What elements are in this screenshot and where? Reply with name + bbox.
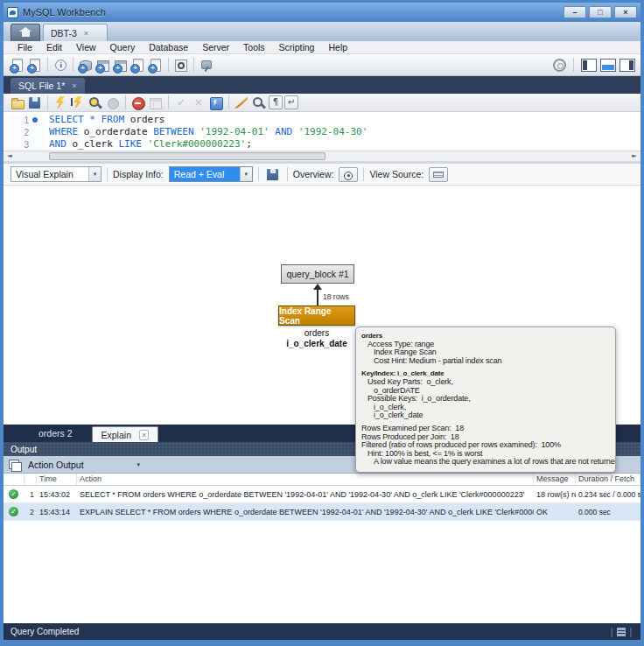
toggle-right-sidebar-icon[interactable] [620,59,635,72]
menu-tools[interactable]: Tools [236,42,272,53]
output-row[interactable]: 215:43:14EXPLAIN SELECT * FROM orders WH… [4,503,640,521]
status-indicator-icon[interactable] [553,59,566,72]
close-button[interactable]: × [614,6,637,18]
view-source-icon[interactable] [429,167,448,182]
output-table-header: TimeActionMessageDuration / Fetch [4,474,640,486]
row-message: 18 row(s) retu... [534,490,576,499]
row-message: OK [534,508,576,516]
line-number: 2 [24,128,29,137]
index-range-scan-node[interactable]: Index Range Scan [278,305,355,326]
home-tab[interactable] [10,24,40,41]
explain-view-select[interactable]: Visual Explain ▾ [10,166,102,182]
open-file-icon[interactable] [10,95,25,110]
code-text: WHERE o_orderdate BETWEEN '1992-04-01' A… [44,126,368,138]
output-header-label: Output [10,445,37,454]
toolbar-separator [73,58,74,72]
save-icon[interactable] [27,95,43,110]
workspace-tab-strip: DBT-3 × [4,22,640,41]
close-tab-icon[interactable]: × [84,29,88,38]
toolbar-separator [107,167,108,181]
result-tab-explain[interactable]: Explain× [92,426,159,442]
grid-toggle-icon[interactable] [617,628,626,636]
explain-icon[interactable] [88,95,103,110]
wrap-text-icon[interactable] [284,95,298,109]
scroll-right-icon[interactable]: ► [628,151,640,161]
column-header-action[interactable]: Action [77,474,534,485]
menu-database[interactable]: Database [142,42,195,53]
create-procedure-icon[interactable] [130,58,146,73]
output-table-body: 115:43:02SELECT * FROM orders WHERE o_or… [4,486,640,521]
connection-tab-label: DBT-3 [51,28,77,39]
menu-query[interactable]: Query [103,42,143,53]
mysql-workbench-window: MySQL Workbench –□× DBT-3 × FileEditView… [0,0,644,646]
minimize-button[interactable]: – [564,6,586,18]
stop-on-error-icon[interactable] [130,95,146,110]
search-data-icon[interactable] [173,58,189,73]
execute-icon[interactable] [52,95,68,110]
node-index-label: i_o_clerk_date [271,339,362,348]
column-header-index [24,474,37,485]
menu-server[interactable]: Server [195,42,236,53]
column-header-time[interactable]: Time [37,474,77,485]
line-number: 1 [24,116,29,125]
menu-view[interactable]: View [69,42,103,53]
create-function-icon[interactable] [148,58,164,73]
beautify-icon[interactable] [234,95,249,110]
toolbar-separator [573,58,574,72]
query-block-node[interactable]: query_block #1 [281,264,354,284]
open-sql-script-icon[interactable] [27,58,43,73]
editor-horizontal-scrollbar[interactable]: ◄ ► [4,151,640,161]
limit-rows-icon[interactable] [148,95,164,110]
toggle-output-panel-icon[interactable] [600,59,616,72]
column-header-message[interactable]: Message [534,474,576,485]
toolbar-separator [363,167,364,181]
output-row[interactable]: 115:43:02SELECT * FROM orders WHERE o_or… [4,486,640,503]
menu-file[interactable]: File [10,42,39,53]
autocommit-icon[interactable] [208,95,224,110]
row-index: 2 [24,508,37,516]
execute-current-icon[interactable] [70,95,86,110]
column-header-status [4,474,24,485]
editor-gutter: 2 [4,126,44,138]
scroll-left-icon[interactable]: ◄ [4,151,16,161]
overview-label: Overview: [293,169,334,179]
tooltip-line: i_o_clerk_date [361,411,610,420]
sql-editor[interactable]: 1SELECT * FROM orders2WHERE o_orderdate … [4,112,640,151]
overview-icon[interactable] [339,167,358,182]
find-icon[interactable] [251,95,267,110]
close-tab-icon[interactable]: × [72,81,76,90]
output-type-select[interactable]: Action Output ▾ [28,460,140,470]
result-tab-orders-2[interactable]: orders 2 [30,425,81,442]
create-table-icon[interactable] [95,58,111,73]
success-icon [9,489,18,499]
toggle-left-sidebar-icon[interactable] [581,59,597,72]
diagram-edge-arrow [317,289,318,305]
connection-tab-dbt3[interactable]: DBT-3 × [43,24,108,41]
menu-edit[interactable]: Edit [39,42,69,53]
success-icon [9,507,18,516]
rollback-icon[interactable] [191,95,206,110]
reconnect-dbms-icon[interactable] [199,58,214,73]
create-view-icon[interactable] [113,58,129,73]
tooltip-line: Cost Hint: Medium - partial index scan [361,357,610,366]
scrollbar-thumb[interactable] [49,152,326,160]
close-tab-icon[interactable]: × [139,430,149,440]
output-stack-icon [9,460,21,470]
visual-explain-canvas[interactable]: query_block #1 18 rows Index Range Scan … [4,186,640,425]
status-bar-right: │ │ [610,628,634,636]
maximize-button[interactable]: □ [589,6,612,18]
show-invisibles-icon[interactable] [269,95,283,109]
stop-icon[interactable] [105,95,121,110]
tab-sql-file-1[interactable]: SQL File 1* × [10,78,85,94]
create-schema-icon[interactable] [78,58,94,73]
menu-scripting[interactable]: Scripting [272,42,322,53]
new-query-tab-icon[interactable] [10,58,25,73]
display-info-select[interactable]: Read + Eval cost ▾ [169,166,253,182]
commit-icon[interactable] [173,95,189,110]
save-explain-image-icon[interactable] [265,167,281,182]
code-line: 2WHERE o_orderdate BETWEEN '1992-04-01' … [4,126,640,138]
column-header-duration-fetch[interactable]: Duration / Fetch [576,474,640,485]
inspector-icon[interactable] [52,58,68,73]
line-number: 3 [24,140,29,150]
menu-help[interactable]: Help [321,42,354,53]
